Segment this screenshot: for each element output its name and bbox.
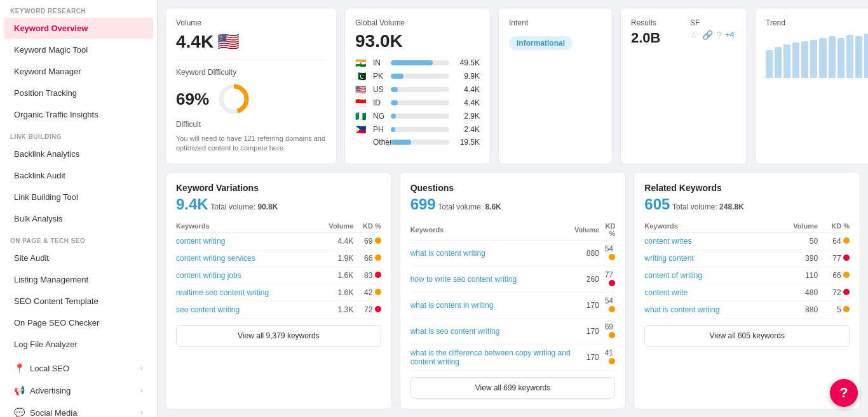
- keyword-cell: content of writing: [644, 267, 775, 284]
- country-bar: [391, 60, 433, 65]
- rk-view-all-button[interactable]: View all 605 keywords: [644, 325, 850, 347]
- rk-col-volume: Volume: [775, 220, 818, 233]
- sidebar-item-keyword-magic-tool[interactable]: Keyword Magic Tool: [4, 39, 153, 60]
- sidebar-item-keyword-overview[interactable]: Keyword Overview: [4, 18, 153, 39]
- sidebar-item-link-building-tool[interactable]: Link Building Tool: [4, 187, 153, 208]
- volume-cell: 1.6K: [316, 284, 354, 301]
- keyword-link[interactable]: content write: [644, 288, 688, 297]
- keyword-link[interactable]: what is content in writing: [410, 301, 494, 310]
- sidebar-item-site-audit[interactable]: Site Audit: [4, 248, 153, 268]
- keyword-cell: what is content in writing: [410, 292, 574, 318]
- table-row: writing content 390 77: [644, 249, 850, 267]
- sidebar-section-on-page: On Page & Tech SEO: [0, 230, 157, 247]
- country-flag: 🇵🇰: [355, 71, 369, 81]
- trend-bar: [783, 44, 790, 78]
- questions-card: Questions 699 Total volume: 8.6K Keyword…: [400, 172, 627, 409]
- volume-cell: 880: [574, 240, 599, 266]
- q-view-all-button[interactable]: View all 699 keywords: [410, 377, 616, 399]
- kv-view-all-button[interactable]: View all 9,379 keywords: [176, 325, 381, 347]
- sidebar-item-advertising[interactable]: 📢 Advertising ›: [4, 380, 153, 401]
- results-value: 2.0B: [631, 30, 677, 46]
- sidebar-item-position-tracking[interactable]: Position Tracking: [4, 83, 153, 103]
- sidebar-item-label: Position Tracking: [14, 88, 77, 98]
- keyword-link[interactable]: content writes: [644, 237, 691, 246]
- keyword-link[interactable]: writing content: [644, 254, 693, 263]
- keyword-cell: content writes: [644, 232, 775, 249]
- kd-cell: 41: [599, 344, 616, 370]
- sidebar-item-listing-management[interactable]: Listing Management: [4, 269, 153, 290]
- table-row: content of writing 110 66: [644, 267, 850, 284]
- country-bar-bg: [391, 60, 449, 65]
- sidebar-item-local-seo[interactable]: 📍 Local SEO ›: [4, 357, 153, 379]
- question-icon: ?: [717, 30, 722, 40]
- sidebar-item-label: Backlink Audit: [14, 171, 65, 180]
- trend-bar: [864, 34, 868, 78]
- country-volume: 2.9K: [453, 112, 480, 121]
- country-bar-bg: [391, 74, 449, 79]
- keyword-link[interactable]: seo content writing: [176, 305, 240, 314]
- sidebar-section-link-building: Link Building: [0, 126, 157, 143]
- sidebar-item-social-media[interactable]: 💬 Social Media ›: [4, 402, 153, 417]
- keyword-cell: what is seo content writing: [410, 318, 574, 344]
- table-row: what is seo content writing 170 69: [410, 318, 616, 344]
- sidebar: Keyword Research Keyword Overview Keywor…: [0, 0, 158, 417]
- kv-tbody: content writing 4.4K 69 content writing …: [176, 232, 381, 318]
- table-row: realtime seo content writing 1.6K 42: [176, 284, 381, 301]
- sidebar-item-keyword-manager[interactable]: Keyword Manager: [4, 61, 153, 82]
- kd-value-row: 69%: [176, 82, 326, 116]
- sidebar-item-label: Bulk Analysis: [14, 214, 63, 223]
- sidebar-item-organic-traffic-insights[interactable]: Organic Traffic Insights: [4, 104, 153, 125]
- keyword-link[interactable]: content writing: [176, 237, 225, 246]
- country-flag: 🇮🇩: [355, 98, 369, 108]
- volume-cell: 1.9K: [316, 249, 354, 267]
- sidebar-section-keyword-research: Keyword Research: [0, 0, 157, 17]
- sidebar-item-seo-content-template[interactable]: SEO Content Template: [4, 291, 153, 312]
- keyword-link[interactable]: what is the difference between copy writ…: [410, 348, 571, 366]
- kd-label: Keyword Difficulty: [176, 68, 326, 77]
- keyword-link[interactable]: content writing services: [176, 254, 255, 263]
- table-row: seo content writing 1.3K 72: [176, 301, 381, 318]
- keyword-link[interactable]: realtime seo content writing: [176, 288, 269, 297]
- country-bar-bg: [391, 127, 449, 132]
- sidebar-item-on-page-seo-checker[interactable]: On Page SEO Checker: [4, 312, 153, 333]
- help-button[interactable]: ?: [830, 379, 858, 407]
- trend-bars: [766, 34, 868, 78]
- volume-value: 4.4K 🇺🇸: [176, 31, 326, 52]
- country-code: PK: [373, 72, 387, 81]
- kd-cell: 5: [818, 301, 850, 318]
- main-content: Volume 4.4K 🇺🇸 Keyword Difficulty 69% Di…: [158, 0, 868, 417]
- kd-dot: [375, 306, 381, 312]
- sidebar-item-label: Organic Traffic Insights: [14, 110, 98, 119]
- kd-donut-chart: [217, 82, 251, 116]
- table-row: content writing jobs 1.6K 83: [176, 267, 381, 284]
- keyword-link[interactable]: content writing jobs: [176, 271, 241, 280]
- kd-cell: 64: [818, 232, 850, 249]
- sidebar-item-log-file-analyzer[interactable]: Log File Analyzer: [4, 334, 153, 355]
- sidebar-item-label: Backlink Analytics: [14, 149, 79, 159]
- country-flag: 🇳🇬: [355, 111, 369, 121]
- sidebar-item-label: Keyword Overview: [14, 23, 88, 33]
- keyword-link[interactable]: what is content writing: [410, 249, 485, 258]
- keyword-link[interactable]: what is content writing: [644, 305, 719, 314]
- country-code: US: [373, 85, 387, 94]
- sidebar-item-label: Local SEO: [30, 364, 69, 373]
- country-code: IN: [373, 58, 387, 67]
- country-rows: 🇮🇳 IN 49.5K 🇵🇰 PK 9.9K 🇺🇸 US 4.4K 🇮🇩 ID …: [355, 58, 480, 147]
- country-code: Other: [373, 138, 387, 147]
- country-code: NG: [373, 112, 387, 121]
- sidebar-item-bulk-analysis[interactable]: Bulk Analysis: [4, 208, 153, 229]
- social-media-icon: 💬: [14, 407, 25, 417]
- keyword-link[interactable]: what is seo content writing: [410, 327, 500, 336]
- country-row: 🇮🇩 ID 4.4K: [355, 98, 480, 108]
- kd-dot: [609, 332, 615, 338]
- keyword-link[interactable]: content of writing: [644, 271, 702, 280]
- keyword-cell: writing content: [644, 249, 775, 267]
- kd-dot: [609, 280, 615, 286]
- trend-bar: [775, 47, 782, 78]
- sidebar-item-backlink-analytics[interactable]: Backlink Analytics: [4, 143, 153, 164]
- keyword-link[interactable]: how to write seo content writing: [410, 275, 517, 284]
- trend-bar: [801, 41, 808, 78]
- sidebar-item-backlink-audit[interactable]: Backlink Audit: [4, 165, 153, 186]
- table-row: what is content writing 880 54: [410, 240, 616, 266]
- table-row: what is content writing 880 5: [644, 301, 850, 318]
